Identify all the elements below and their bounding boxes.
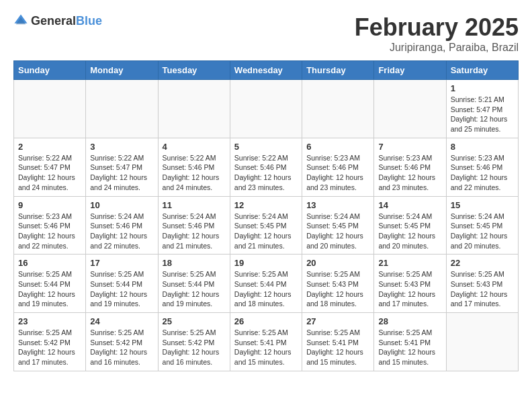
day-number: 4 [163,142,226,152]
calendar-week-row: 1Sunrise: 5:21 AM Sunset: 5:47 PM Daylig… [14,80,519,138]
day-detail: Sunrise: 5:21 AM Sunset: 5:47 PM Dayligh… [451,95,514,134]
day-header-monday: Monday [86,61,158,80]
day-number: 15 [451,200,514,210]
calendar-cell: 22Sunrise: 5:25 AM Sunset: 5:43 PM Dayli… [446,255,518,313]
day-header-sunday: Sunday [14,61,86,80]
day-number: 20 [306,258,369,268]
day-number: 5 [234,142,298,152]
day-detail: Sunrise: 5:23 AM Sunset: 5:46 PM Dayligh… [451,153,514,193]
calendar-cell: 3Sunrise: 5:22 AM Sunset: 5:47 PM Daylig… [86,138,158,196]
logo-text-general: General [31,14,76,28]
day-detail: Sunrise: 5:24 AM Sunset: 5:46 PM Dayligh… [90,212,153,251]
day-detail: Sunrise: 5:24 AM Sunset: 5:45 PM Dayligh… [234,212,298,251]
title-block: February 2025 Juripiranga, Paraiba, Braz… [355,13,519,54]
day-detail: Sunrise: 5:25 AM Sunset: 5:43 PM Dayligh… [378,269,441,309]
calendar-cell: 4Sunrise: 5:22 AM Sunset: 5:46 PM Daylig… [158,138,230,196]
location-title: Juripiranga, Paraiba, Brazil [355,42,519,54]
calendar-body: 1Sunrise: 5:21 AM Sunset: 5:47 PM Daylig… [14,80,519,371]
day-detail: Sunrise: 5:25 AM Sunset: 5:44 PM Dayligh… [90,269,153,309]
logo: GeneralBlue [13,13,102,28]
day-detail: Sunrise: 5:22 AM Sunset: 5:47 PM Dayligh… [18,153,81,193]
calendar-cell: 26Sunrise: 5:25 AM Sunset: 5:41 PM Dayli… [230,313,302,371]
day-detail: Sunrise: 5:25 AM Sunset: 5:42 PM Dayligh… [18,328,81,367]
day-detail: Sunrise: 5:23 AM Sunset: 5:46 PM Dayligh… [306,153,369,193]
calendar-cell [446,313,518,371]
calendar-cell: 25Sunrise: 5:25 AM Sunset: 5:42 PM Dayli… [158,313,230,371]
calendar-cell: 18Sunrise: 5:25 AM Sunset: 5:44 PM Dayli… [158,255,230,313]
calendar-header-row: SundayMondayTuesdayWednesdayThursdayFrid… [14,61,519,80]
day-header-thursday: Thursday [302,61,374,80]
calendar-cell: 24Sunrise: 5:25 AM Sunset: 5:42 PM Dayli… [86,313,158,371]
day-number: 21 [378,258,441,268]
calendar-cell: 19Sunrise: 5:25 AM Sunset: 5:44 PM Dayli… [230,255,302,313]
day-number: 13 [306,200,369,210]
calendar-week-row: 23Sunrise: 5:25 AM Sunset: 5:42 PM Dayli… [14,313,519,371]
day-detail: Sunrise: 5:25 AM Sunset: 5:42 PM Dayligh… [90,328,153,367]
day-number: 23 [18,316,81,326]
day-detail: Sunrise: 5:25 AM Sunset: 5:43 PM Dayligh… [306,269,369,309]
calendar-cell: 13Sunrise: 5:24 AM Sunset: 5:45 PM Dayli… [302,196,374,255]
day-number: 8 [451,142,514,152]
day-number: 26 [234,316,298,326]
calendar-cell: 15Sunrise: 5:24 AM Sunset: 5:45 PM Dayli… [446,196,518,255]
calendar-cell [14,80,86,138]
day-header-tuesday: Tuesday [158,61,230,80]
calendar-cell: 14Sunrise: 5:24 AM Sunset: 5:45 PM Dayli… [374,196,446,255]
day-number: 17 [90,258,153,268]
calendar-cell [230,80,302,138]
calendar-week-row: 9Sunrise: 5:23 AM Sunset: 5:46 PM Daylig… [14,196,519,255]
calendar-cell: 12Sunrise: 5:24 AM Sunset: 5:45 PM Dayli… [230,196,302,255]
day-number: 11 [163,200,226,210]
calendar-cell: 1Sunrise: 5:21 AM Sunset: 5:47 PM Daylig… [446,80,518,138]
calendar-cell [158,80,230,138]
calendar-cell: 7Sunrise: 5:23 AM Sunset: 5:46 PM Daylig… [374,138,446,196]
month-title: February 2025 [355,13,519,42]
calendar-cell: 9Sunrise: 5:23 AM Sunset: 5:46 PM Daylig… [14,196,86,255]
calendar-cell: 21Sunrise: 5:25 AM Sunset: 5:43 PM Dayli… [374,255,446,313]
day-number: 2 [18,142,81,152]
calendar-cell: 27Sunrise: 5:25 AM Sunset: 5:41 PM Dayli… [302,313,374,371]
day-detail: Sunrise: 5:24 AM Sunset: 5:46 PM Dayligh… [163,212,226,251]
day-detail: Sunrise: 5:22 AM Sunset: 5:46 PM Dayligh… [163,153,226,193]
day-detail: Sunrise: 5:25 AM Sunset: 5:41 PM Dayligh… [378,328,441,367]
day-number: 9 [18,200,81,210]
day-number: 12 [234,200,298,210]
calendar-table: SundayMondayTuesdayWednesdayThursdayFrid… [13,60,519,371]
day-detail: Sunrise: 5:23 AM Sunset: 5:46 PM Dayligh… [18,212,81,251]
calendar-week-row: 16Sunrise: 5:25 AM Sunset: 5:44 PM Dayli… [14,255,519,313]
page-header: GeneralBlue February 2025 Juripiranga, P… [13,13,519,54]
calendar-cell: 20Sunrise: 5:25 AM Sunset: 5:43 PM Dayli… [302,255,374,313]
calendar-cell [374,80,446,138]
day-number: 22 [451,258,514,268]
day-header-wednesday: Wednesday [230,61,302,80]
logo-icon [13,13,28,28]
day-header-friday: Friday [374,61,446,80]
day-detail: Sunrise: 5:25 AM Sunset: 5:41 PM Dayligh… [306,328,369,367]
day-number: 1 [451,83,514,93]
day-number: 3 [90,142,153,152]
calendar-cell: 16Sunrise: 5:25 AM Sunset: 5:44 PM Dayli… [14,255,86,313]
day-detail: Sunrise: 5:24 AM Sunset: 5:45 PM Dayligh… [451,212,514,251]
logo-text-blue: Blue [76,14,102,28]
day-number: 18 [163,258,226,268]
day-number: 7 [378,142,441,152]
day-detail: Sunrise: 5:22 AM Sunset: 5:47 PM Dayligh… [90,153,153,193]
day-number: 24 [90,316,153,326]
day-detail: Sunrise: 5:25 AM Sunset: 5:41 PM Dayligh… [234,328,298,367]
day-number: 6 [306,142,369,152]
day-header-saturday: Saturday [446,61,518,80]
calendar-cell: 10Sunrise: 5:24 AM Sunset: 5:46 PM Dayli… [86,196,158,255]
calendar-cell: 17Sunrise: 5:25 AM Sunset: 5:44 PM Dayli… [86,255,158,313]
day-number: 25 [163,316,226,326]
day-number: 28 [378,316,441,326]
day-number: 16 [18,258,81,268]
calendar-cell: 11Sunrise: 5:24 AM Sunset: 5:46 PM Dayli… [158,196,230,255]
calendar-cell [86,80,158,138]
calendar-cell: 5Sunrise: 5:22 AM Sunset: 5:46 PM Daylig… [230,138,302,196]
calendar-cell: 28Sunrise: 5:25 AM Sunset: 5:41 PM Dayli… [374,313,446,371]
day-detail: Sunrise: 5:24 AM Sunset: 5:45 PM Dayligh… [378,212,441,251]
calendar-cell: 6Sunrise: 5:23 AM Sunset: 5:46 PM Daylig… [302,138,374,196]
calendar-cell [302,80,374,138]
calendar-cell: 8Sunrise: 5:23 AM Sunset: 5:46 PM Daylig… [446,138,518,196]
day-number: 14 [378,200,441,210]
